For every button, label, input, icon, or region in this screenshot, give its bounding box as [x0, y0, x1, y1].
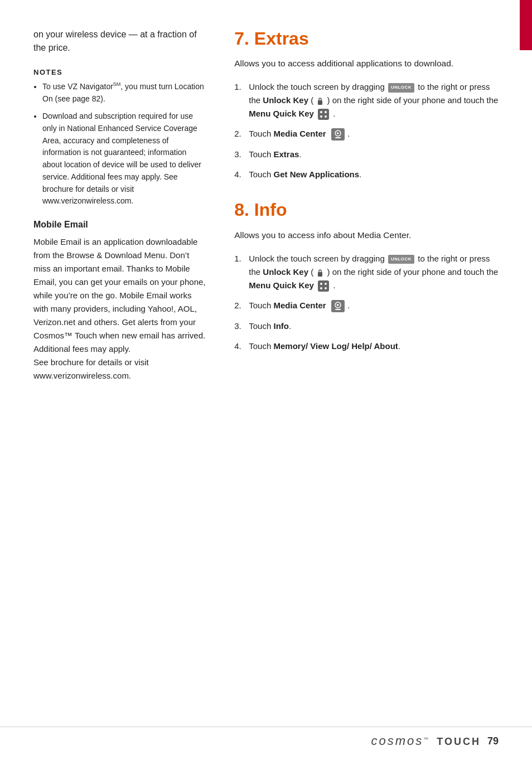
step-7-3-text: Touch Extras.: [249, 148, 499, 161]
svg-point-5: [325, 115, 327, 118]
svg-rect-0: [318, 100, 322, 105]
mobile-email-section: Mobile Email Mobile Email is an applicat…: [33, 220, 206, 382]
svg-rect-10: [318, 272, 322, 277]
touch-brand: TOUCH: [437, 736, 481, 747]
section-8-number: 8.: [234, 200, 254, 220]
section-8-heading: 8. Info: [234, 199, 499, 220]
svg-rect-19: [335, 309, 341, 310]
page: on your wireless device — at a fraction …: [0, 0, 532, 765]
section-8-desc: Allows you to access info about Media Ce…: [234, 229, 499, 242]
mobile-email-body: Mobile Email is an application downloada…: [33, 235, 206, 382]
svg-rect-9: [335, 137, 341, 138]
footer-page-number: 79: [487, 735, 499, 747]
intro-text: on your wireless device — at a fraction …: [33, 28, 206, 55]
svg-rect-11: [318, 280, 329, 292]
step-8-1: 1. Unlock the touch screen by dragging U…: [234, 252, 499, 292]
step-8-3: 3. Touch Info.: [234, 319, 499, 333]
step-7-4-num: 4.: [234, 168, 246, 181]
section-8-title: Info: [254, 200, 287, 220]
step-7-1-num: 1.: [234, 80, 246, 94]
step-8-1-text: Unlock the touch screen by dragging UNLO…: [249, 252, 499, 292]
red-tab: [520, 0, 532, 50]
section-7-steps: 1. Unlock the touch screen by dragging U…: [234, 80, 499, 181]
svg-point-15: [325, 287, 327, 289]
step-7-1-text: Unlock the touch screen by dragging UNLO…: [249, 80, 499, 120]
step-7-4: 4. Touch Get New Applications.: [234, 168, 499, 181]
section-7-title: Extras: [254, 28, 309, 49]
step-7-2: 2. Touch Media Center .: [234, 127, 499, 141]
notes-section: NOTES To use VZ NavigatorSM, you must tu…: [33, 68, 206, 207]
step-7-4-text: Touch Get New Applications.: [249, 168, 499, 181]
step-8-3-num: 3.: [234, 319, 246, 333]
footer-brand-text: cosmos™ TOUCH: [371, 734, 480, 748]
notes-list: To use VZ NavigatorSM, you must turn Loc…: [33, 81, 206, 207]
step-7-3-num: 3.: [234, 148, 246, 161]
svg-point-12: [320, 283, 322, 285]
step-8-1-num: 1.: [234, 252, 246, 265]
media-center-icon-7: [331, 128, 345, 141]
unlock-button-img-2: UNLOCK: [388, 255, 414, 264]
right-column: 7. Extras Allows you to access additiona…: [229, 28, 499, 720]
notes-item-1: To use VZ NavigatorSM, you must turn Loc…: [42, 81, 206, 105]
section-7-desc: Allows you to access additional applicat…: [234, 57, 499, 70]
section-8: 8. Info Allows you to access info about …: [234, 199, 499, 352]
step-8-4-text: Touch Memory/ View Log/ Help/ About.: [249, 340, 499, 353]
svg-point-3: [325, 111, 327, 113]
step-8-2-num: 2.: [234, 299, 246, 312]
menu-quick-key-icon: [317, 108, 330, 120]
step-7-2-num: 2.: [234, 127, 246, 141]
unlock-key-icon: [317, 96, 323, 105]
media-center-icon-8: [331, 299, 345, 313]
step-8-3-text: Touch Info.: [249, 319, 499, 333]
step-7-1: 1. Unlock the touch screen by dragging U…: [234, 80, 499, 120]
section-7-number: 7.: [234, 28, 254, 49]
svg-point-2: [320, 111, 322, 113]
left-column: on your wireless device — at a fraction …: [33, 28, 229, 720]
trademark-symbol: ™: [423, 737, 429, 742]
step-8-2-text: Touch Media Center .: [249, 299, 499, 313]
svg-rect-1: [318, 109, 329, 120]
cosmos-brand: cosmos: [371, 734, 423, 748]
mobile-email-heading: Mobile Email: [33, 220, 206, 230]
notes-item-2: Download and subscription required for u…: [42, 110, 206, 207]
svg-point-13: [325, 283, 327, 285]
unlock-key-icon-2: [317, 268, 323, 277]
svg-point-4: [320, 115, 322, 118]
step-7-3: 3. Touch Extras.: [234, 148, 499, 161]
step-8-4: 4. Touch Memory/ View Log/ Help/ About.: [234, 340, 499, 353]
footer: cosmos™ TOUCH 79: [0, 727, 532, 748]
step-7-2-text: Touch Media Center .: [249, 127, 499, 141]
step-8-2: 2. Touch Media Center .: [234, 299, 499, 313]
step-8-4-num: 4.: [234, 340, 246, 353]
svg-point-14: [320, 287, 322, 289]
menu-quick-key-icon-2: [317, 280, 330, 292]
notes-heading: NOTES: [33, 68, 206, 76]
section-7-heading: 7. Extras: [234, 28, 499, 49]
unlock-button-img: UNLOCK: [388, 83, 414, 93]
section-8-steps: 1. Unlock the touch screen by dragging U…: [234, 252, 499, 353]
section-7: 7. Extras Allows you to access additiona…: [234, 28, 499, 181]
